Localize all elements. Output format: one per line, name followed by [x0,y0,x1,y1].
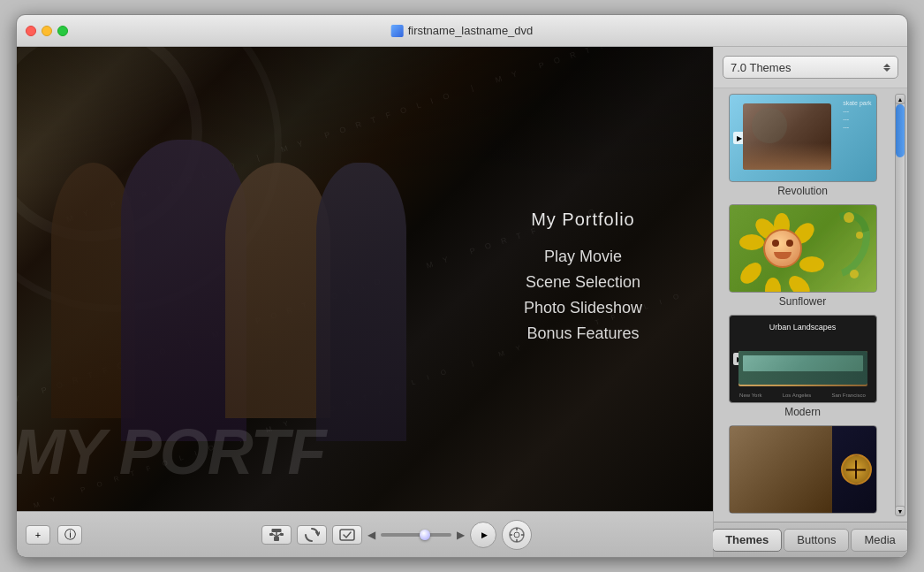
theme-fourth[interactable]: ▶ [721,425,900,514]
tab-media[interactable]: Media [851,529,908,552]
play-icon: ▶ [481,530,488,539]
menu-play-movie[interactable]: Play Movie [524,247,642,265]
modern-cities: New YorkLos AngelesSan Francisco [730,393,876,398]
portfolio-watermark: MY PORTF [17,416,324,488]
person-silhouette-4 [316,163,406,441]
dvd-title: My Portfolio [524,209,642,229]
network-icon [269,529,284,541]
volume-low-icon: ◀ [367,529,375,541]
encode-icon [339,527,355,543]
transport-controls: ◀ ▶ ▶ [261,520,532,550]
themes-dropdown-area: 7.0 Themes [714,47,907,88]
modern-title-text: Urban Landscapes [769,323,837,332]
revolution-text: skate park--------- [843,99,871,131]
fourth-image [730,426,832,513]
scrollbar-track [895,94,905,516]
tab-themes[interactable]: Themes [712,529,782,552]
maximize-button[interactable] [57,26,68,36]
scroll-up-button[interactable]: ▲ [895,94,905,104]
dvd-panel: MY PORTFOLIO | MY PORTFOLIO | MY PORTFOL… [17,47,713,557]
themes-scrollbar[interactable]: ▲ ▼ [895,94,905,516]
theme-preview-revolution: ▶ skate park--------- [729,94,877,182]
menu-bonus-features[interactable]: Bonus Features [524,324,642,342]
burn-icon [508,526,526,544]
svg-point-9 [514,532,519,538]
file-icon [391,25,404,37]
minimize-button[interactable] [42,26,52,36]
person-silhouette-3 [225,163,329,418]
burn-button[interactable] [502,520,532,550]
scroll-down-button[interactable]: ▼ [895,506,905,516]
traffic-lights [26,26,68,36]
slider-thumb [420,530,430,540]
play-button[interactable]: ▶ [470,522,496,548]
dvd-background: MY PORTFOLIO | MY PORTFOLIO | MY PORTFOL… [17,47,713,511]
add-button[interactable]: + [26,525,50,545]
toolbar: + ⓘ [17,511,713,557]
theme-label-modern: Modern [784,406,821,418]
main-window: firstname_lastname_dvd MY PORTFOLIO | MY… [16,14,908,558]
slider-track [381,533,451,537]
dropdown-arrow [883,64,890,72]
compass-decoration [841,454,872,485]
menu-photo-slideshow[interactable]: Photo Slideshow [524,298,642,317]
volume-slider[interactable] [381,533,451,537]
tab-buttons[interactable]: Buttons [784,529,849,552]
svg-rect-7 [340,530,354,540]
scrollbar-thumb[interactable] [896,104,905,157]
themes-dropdown[interactable]: 7.0 Themes [723,56,898,79]
theme-label-sunflower: Sunflower [779,295,826,308]
network-button[interactable] [261,525,292,545]
theme-preview-modern: ▶ Urban Landscapes New YorkLos AngelesSa… [729,315,877,403]
theme-label-revolution: Revolution [777,185,828,197]
theme-preview-sunflower: ▶ [729,204,877,293]
theme-modern[interactable]: ▶ Urban Landscapes New YorkLos AngelesSa… [721,315,900,418]
themes-list: ▶ skate park--------- Revolution [714,88,907,522]
refresh-icon [304,527,320,543]
volume-high-icon: ▶ [457,529,465,541]
close-button[interactable] [26,26,36,36]
info-button[interactable]: ⓘ [57,525,82,545]
window-title: firstname_lastname_dvd [391,24,534,37]
titlebar: firstname_lastname_dvd [17,15,907,47]
refresh-button[interactable] [297,525,327,545]
theme-sunflower[interactable]: ▶ [721,204,900,308]
theme-revolution[interactable]: ▶ skate park--------- Revolution [721,94,900,197]
dvd-menu: My Portfolio Play Movie Scene Selection … [524,209,642,349]
main-content: MY PORTFOLIO | MY PORTFOLIO | MY PORTFOL… [17,47,907,557]
tab-bar: Themes Buttons Media [714,522,907,557]
menu-scene-selection[interactable]: Scene Selection [524,272,642,291]
encode-button[interactable] [332,525,362,545]
svg-rect-3 [272,529,282,532]
right-panel: 7.0 Themes ▶ [713,47,907,557]
theme-preview-fourth: ▶ [729,425,877,514]
svg-rect-0 [274,537,279,541]
